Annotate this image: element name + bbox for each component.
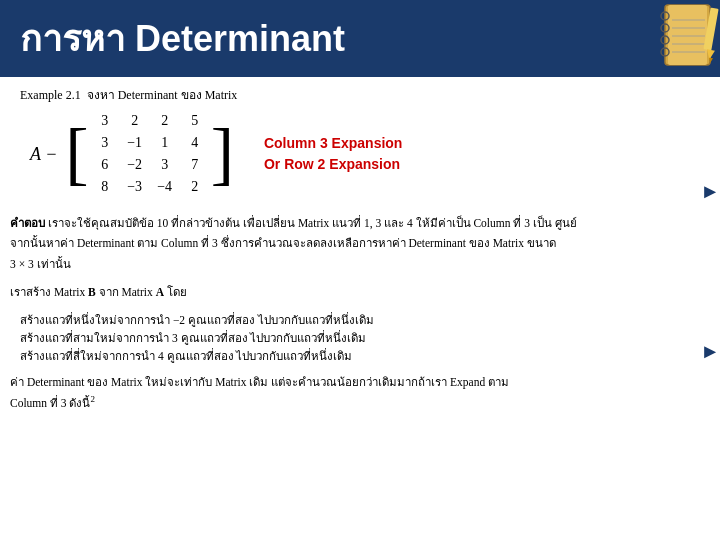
cell-3-1: −3 bbox=[123, 179, 147, 195]
cell-1-0: 3 bbox=[93, 135, 117, 151]
answer-line2: จากนั้นหาค่า Determinant ตาม Column ที่ … bbox=[10, 234, 710, 252]
cell-2-1: −2 bbox=[123, 157, 147, 173]
cell-2-0: 6 bbox=[93, 157, 117, 173]
footer-line2: Column ที่ 3 ดังนี้2 bbox=[10, 392, 710, 412]
example-label: Example 2.1 จงหา Determinant ของ Matrix bbox=[20, 85, 700, 104]
main-content: Example 2.1 จงหา Determinant ของ Matrix … bbox=[0, 77, 720, 210]
cell-1-1: −1 bbox=[123, 135, 147, 151]
expansion-line2: Or Row 2 Expansion bbox=[264, 156, 400, 172]
cell-1-3: 4 bbox=[183, 135, 207, 151]
answer-line1: คำตอบ เราจะใช้คุณสมบัติข้อ 10 ที่กล่าวข้… bbox=[10, 214, 710, 232]
matrix-b-intro: เราสร้าง Matrix B จาก Matrix A โดย bbox=[0, 279, 720, 307]
cell-3-2: −4 bbox=[153, 179, 177, 195]
page-title: การหา Determinant bbox=[20, 10, 345, 67]
matrix-cells: 3 2 2 5 3 −1 1 4 6 −2 3 7 8 −3 −4 2 bbox=[91, 110, 209, 198]
matrix-bracket: [ 3 2 2 5 3 −1 1 4 6 −2 3 7 8 −3 −4 bbox=[65, 110, 234, 198]
matrix-area: A − [ 3 2 2 5 3 −1 1 4 6 −2 3 7 8 bbox=[30, 110, 700, 198]
cell-2-3: 7 bbox=[183, 157, 207, 173]
bottom-text: ค่า Determinant ของ Matrix ใหม่จะเท่ากับ… bbox=[0, 369, 720, 416]
right-arrow-bottom[interactable]: ► bbox=[700, 340, 720, 363]
cell-0-1: 2 bbox=[123, 113, 147, 129]
cell-0-0: 3 bbox=[93, 113, 117, 129]
cell-1-2: 1 bbox=[153, 135, 177, 151]
svg-rect-1 bbox=[668, 5, 707, 65]
cell-2-2: 3 bbox=[153, 157, 177, 173]
bullet-item-1: สร้างแถวที่หนึ่งใหม่จากการนำ −2 คูณแถวที… bbox=[20, 312, 720, 329]
cell-0-3: 5 bbox=[183, 113, 207, 129]
bullet-item-2: สร้างแถวที่สามใหม่จากการนำ 3 คูณแถวที่สอ… bbox=[20, 330, 720, 347]
matrix-b-header: เราสร้าง Matrix B จาก Matrix A โดย bbox=[10, 283, 710, 301]
right-bracket: ] bbox=[211, 119, 234, 189]
footer-line1: ค่า Determinant ของ Matrix ใหม่จะเท่ากับ… bbox=[10, 373, 710, 391]
matrix-label: A − bbox=[30, 144, 57, 165]
left-bracket: [ bbox=[65, 119, 88, 189]
right-arrow-top[interactable]: ► bbox=[700, 180, 720, 203]
bullet-list: สร้างแถวที่หนึ่งใหม่จากการนำ −2 คูณแถวที… bbox=[20, 312, 720, 366]
cell-3-3: 2 bbox=[183, 179, 207, 195]
expansion-label: Column 3 Expansion Or Row 2 Expansion bbox=[264, 133, 402, 175]
thai-answer: คำตอบ เราจะใช้คุณสมบัติข้อ 10 ที่กล่าวข้… bbox=[0, 210, 720, 279]
header: การหา Determinant bbox=[0, 0, 720, 77]
cell-3-0: 8 bbox=[93, 179, 117, 195]
expansion-line1: Column 3 Expansion bbox=[264, 135, 402, 151]
notebook-decoration bbox=[655, 0, 720, 75]
cell-0-2: 2 bbox=[153, 113, 177, 129]
bullet-item-3: สร้างแถวที่สี่ใหม่จากการนำ 4 คูณแถวที่สอ… bbox=[20, 348, 720, 365]
answer-line3: 3 × 3 เท่านั้น bbox=[10, 255, 710, 273]
